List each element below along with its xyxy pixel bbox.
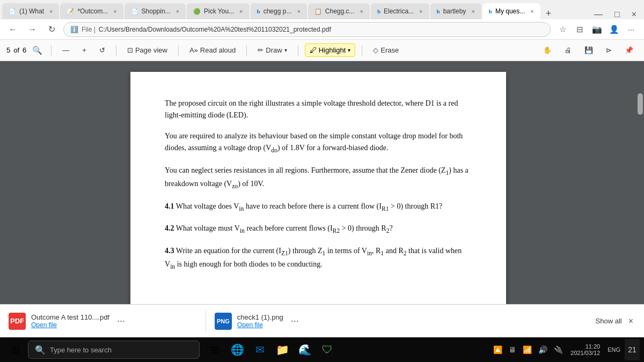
- edge-icon: 🌐: [231, 343, 244, 356]
- taskbar-app-security[interactable]: 🛡: [317, 339, 338, 360]
- tab-favicon-7: b: [377, 8, 380, 14]
- taskbar-app-edge[interactable]: 🌐: [226, 339, 248, 360]
- tray-display-icon[interactable]: 🖥: [507, 343, 518, 356]
- favorites-button[interactable]: ☆: [555, 22, 570, 37]
- zoom-in-button[interactable]: +: [78, 43, 91, 58]
- tab-pickyou[interactable]: 🟢 Pick You... ×: [187, 3, 249, 19]
- taskbar-app-wave[interactable]: 🌊: [294, 339, 316, 360]
- zoom-in-icon: +: [82, 46, 86, 54]
- tab-bartleby[interactable]: b bartleby ×: [430, 3, 481, 19]
- touch-button[interactable]: ✋: [539, 43, 556, 58]
- png-open-file[interactable]: Open file: [237, 321, 283, 329]
- zoom-out-button[interactable]: —: [58, 43, 74, 58]
- pdf-download-more-button[interactable]: ···: [115, 313, 127, 329]
- tray-network-icon[interactable]: 📶: [521, 343, 534, 356]
- question-41: 4.1 What voltage does Vin have to reach …: [165, 201, 472, 214]
- tab-chegg-p[interactable]: b chegg p... ×: [251, 3, 307, 19]
- draw-label: Draw: [266, 46, 282, 54]
- page-number: 5: [6, 46, 10, 54]
- tab-myques[interactable]: b My ques... ×: [482, 3, 540, 19]
- language-indicator[interactable]: ENG: [605, 346, 623, 353]
- more-tools-button[interactable]: ⊳: [602, 43, 616, 58]
- highlight-icon: 🖊: [310, 46, 317, 54]
- tab-close-7[interactable]: ×: [419, 8, 422, 14]
- taskview-icon: ⊞: [210, 343, 219, 356]
- taskbar-app-taskview[interactable]: ⊞: [204, 339, 225, 360]
- tab-close-2[interactable]: ×: [113, 8, 116, 14]
- tab-close-9[interactable]: ×: [530, 8, 533, 14]
- show-desktop-button[interactable]: 21: [625, 339, 640, 360]
- new-tab-button[interactable]: +: [541, 8, 556, 19]
- refresh-button[interactable]: ↻: [44, 22, 59, 37]
- tab-close-3[interactable]: ×: [176, 8, 179, 14]
- highlight-button[interactable]: 🖊 Highlight ▾: [305, 43, 356, 57]
- rotate-button[interactable]: ↺: [95, 43, 109, 58]
- save-button[interactable]: 💾: [580, 43, 597, 58]
- draw-icon: ✏: [258, 46, 264, 54]
- taskbar-apps: ⊞ 🌐 ✉ 📁 🌊 🛡: [204, 339, 338, 360]
- search-pdf-button[interactable]: 🔍: [30, 43, 45, 58]
- back-button[interactable]: ←: [5, 22, 20, 37]
- screenshot-button[interactable]: 📷: [589, 22, 604, 37]
- profile-button[interactable]: 👤: [606, 22, 621, 37]
- tab-close-8[interactable]: ×: [471, 8, 474, 14]
- page-view-button[interactable]: ⊡ Page view: [123, 43, 172, 58]
- scrollbar[interactable]: [636, 61, 644, 304]
- taskbar-app-mail[interactable]: ✉: [249, 339, 270, 360]
- explorer-icon: 📁: [276, 343, 289, 356]
- tray-volume-icon[interactable]: 🔊: [536, 343, 550, 356]
- search-icon: 🔍: [35, 345, 46, 355]
- tab-outcom[interactable]: 📝 *Outcom... ×: [60, 3, 123, 19]
- show-all-button[interactable]: Show all: [591, 315, 626, 327]
- tab-cheggc[interactable]: 📋 Chegg.c... ×: [308, 3, 370, 19]
- url-bar[interactable]: ℹ️ File | C:/Users/Brenda/Downloads/Outc…: [63, 22, 551, 37]
- split-screen-button[interactable]: ⊟: [572, 22, 587, 37]
- draw-button[interactable]: ✏ Draw ▾: [253, 43, 291, 58]
- pdf-file-icon: PDF: [9, 313, 26, 330]
- tab-shopping[interactable]: 📄 Shoppin... ×: [125, 3, 186, 19]
- tray-battery-icon[interactable]: 🔌: [552, 343, 565, 356]
- url-text: C:/Users/Brenda/Downloads/Outcome%20A%20…: [99, 26, 331, 33]
- taskbar-clock[interactable]: 11:20 2021/03/12: [567, 343, 603, 356]
- tab-label-6: Chegg.c...: [325, 8, 355, 15]
- pdf-open-file[interactable]: Open file: [31, 321, 109, 329]
- separator-2: [116, 45, 116, 56]
- draw-chevron-icon: ▾: [284, 47, 287, 53]
- tab-close-4[interactable]: ×: [239, 8, 243, 14]
- tab-close-5[interactable]: ×: [297, 8, 300, 14]
- minimize-button[interactable]: —: [589, 10, 608, 19]
- separator-4: [246, 45, 247, 56]
- download-bar-close-button[interactable]: ×: [626, 314, 635, 328]
- separator-6: [362, 45, 362, 56]
- taskbar-app-explorer[interactable]: 📁: [272, 339, 293, 360]
- question-42: 4.2 What voltage must Vin reach before c…: [165, 223, 472, 236]
- print-button[interactable]: 🖨: [560, 43, 576, 58]
- start-button[interactable]: ⊞: [4, 339, 26, 360]
- of-label: of: [13, 46, 19, 54]
- tab-what[interactable]: 📄 (1) What ×: [2, 3, 59, 19]
- pdf-container[interactable]: The proposed circuit on the right illust…: [0, 61, 636, 304]
- tray-chevron-icon[interactable]: 🔼: [491, 343, 504, 356]
- taskbar-search-box[interactable]: 🔍 Type here to search: [28, 341, 200, 359]
- mail-icon: ✉: [255, 343, 265, 356]
- read-aloud-label: Read aloud: [200, 46, 236, 54]
- png-download-more-button[interactable]: ···: [289, 313, 301, 329]
- forward-button[interactable]: →: [25, 22, 40, 37]
- tab-favicon-1: 📄: [9, 8, 16, 15]
- tab-close-6[interactable]: ×: [360, 8, 363, 14]
- read-aloud-button[interactable]: A» Read aloud: [185, 43, 240, 58]
- tab-favicon-2: 📝: [67, 8, 74, 15]
- more-button[interactable]: ···: [624, 22, 639, 37]
- rotate-icon: ↺: [99, 46, 105, 54]
- tab-electrical[interactable]: b Electrica... ×: [371, 3, 429, 19]
- tab-favicon-9: b: [489, 8, 492, 14]
- download-separator: [206, 311, 206, 332]
- separator-5: [298, 45, 298, 56]
- tab-favicon-3: 📄: [131, 8, 138, 15]
- close-button[interactable]: ×: [626, 10, 642, 19]
- restore-button[interactable]: □: [609, 10, 625, 19]
- download-info-png: check1 (1).png Open file: [237, 313, 283, 329]
- erase-button[interactable]: ◇ Erase: [369, 43, 403, 58]
- tab-close-1[interactable]: ×: [49, 8, 53, 14]
- pin-button[interactable]: 📌: [620, 43, 638, 58]
